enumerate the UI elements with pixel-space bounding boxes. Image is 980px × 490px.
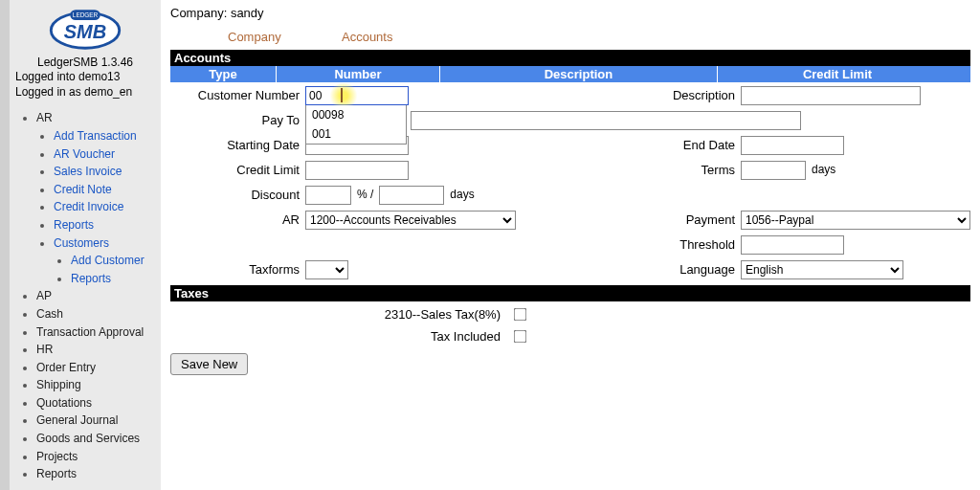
autocomplete-item[interactable]: 00098 [306,105,406,124]
col-description: Description [440,66,718,82]
label-days: days [806,161,835,176]
discount-pct-input[interactable] [305,186,351,205]
sidebar: LEDGER SMB LedgerSMB 1.3.46 Logged into … [0,0,161,490]
nav-projects[interactable]: Projects [36,448,155,466]
label-starting-date: Starting Date [170,136,305,152]
nav-shipping[interactable]: Shipping [36,376,155,394]
autocomplete-item[interactable]: 001 [306,124,406,144]
form: Customer Number 00098 001 Description [170,86,970,279]
label-pay-to: Pay To [170,111,305,127]
credit-limit-input[interactable] [305,161,409,180]
label-end-date: End Date [572,136,741,152]
app-title: LedgerSMB 1.3.46 [15,56,155,69]
label-ar: AR [170,211,305,227]
description-input[interactable] [741,86,921,105]
nav-credit-invoice[interactable]: Credit Invoice [54,198,155,216]
nav-ar-voucher[interactable]: AR Voucher [54,145,155,164]
save-new-button[interactable]: Save New [170,353,248,375]
tax-included-label: Tax Included [170,329,510,344]
company-line: Company: sandy [170,6,970,20]
label-taxforms: Taxforms [170,260,305,277]
col-number: Number [277,66,440,82]
nav-hr[interactable]: HR [36,341,155,359]
nav-goods-services[interactable]: Goods and Services [36,430,155,448]
payment-select[interactable]: 1056--Paypal [741,211,970,230]
taxes: 2310--Sales Tax(8%) Tax Included [170,305,970,345]
login-info: Logged into demo13 Logged in as demo_en [15,69,155,100]
nav-ap[interactable]: AP [36,287,155,305]
login-db: Logged into demo13 [15,69,155,84]
nav-ar[interactable]: AR Add Transaction AR Voucher Sales Invo… [36,109,155,287]
nav-customer-reports[interactable]: Reports [71,270,155,288]
label-days-2: days [444,186,474,201]
tax-sales-checkbox[interactable] [514,308,527,322]
nav-sales-invoice[interactable]: Sales Invoice [54,163,155,181]
customer-number-input[interactable] [305,86,409,105]
company-label: Company: [170,6,227,20]
nav-add-customer[interactable]: Add Customer [71,252,155,270]
company-value: sandy [231,6,264,20]
svg-text:LEDGER: LEDGER [73,11,99,18]
nav-ar-reports[interactable]: Reports [54,216,155,234]
nav-reports[interactable]: Reports [36,465,155,483]
end-date-input[interactable] [741,136,844,155]
label-threshold: Threshold [572,235,741,252]
nav-order-entry[interactable]: Order Entry [36,359,155,377]
tax-included-checkbox[interactable] [514,330,527,344]
section-taxes: Taxes [170,285,970,301]
section-accounts: Accounts [170,50,970,66]
tax-sales-label: 2310--Sales Tax(8%) [170,307,510,322]
nav-add-transaction[interactable]: Add Transaction [54,127,155,145]
accounts-columns: Type Number Description Credit Limit [170,66,970,82]
tab-accounts[interactable]: Accounts [342,30,392,44]
nav-credit-note[interactable]: Credit Note [54,181,155,199]
label-description: Description [572,86,741,102]
terms-input[interactable] [741,161,806,180]
nav-general-journal[interactable]: General Journal [36,412,155,430]
language-select[interactable]: English [741,260,903,279]
login-user: Logged in as demo_en [15,84,155,100]
col-credit-limit: Credit Limit [718,66,957,82]
label-customer-number: Customer Number [170,86,305,102]
svg-text:SMB: SMB [64,21,106,42]
nav: AR Add Transaction AR Voucher Sales Invo… [15,109,155,482]
nav-customers[interactable]: Customers Add Customer Reports [54,234,155,288]
tabs: Company Accounts [228,30,970,44]
taxforms-select[interactable] [305,260,348,279]
nav-transaction-approval[interactable]: Transaction Approval [36,323,155,342]
col-type: Type [170,66,277,82]
label-terms: Terms [572,161,741,177]
label-discount: Discount [170,186,305,202]
label-language: Language [572,260,741,277]
main: Company: sandy Company Accounts Accounts… [161,0,980,490]
label-pct-sep: % / [351,186,379,201]
autocomplete-list: 00098 001 [305,105,407,145]
threshold-input[interactable] [741,235,844,255]
nav-quotations[interactable]: Quotations [36,394,155,412]
tab-company[interactable]: Company [228,30,281,44]
label-credit-limit: Credit Limit [170,161,305,177]
discount-days-input[interactable] [379,186,444,205]
label-payment: Payment [572,211,741,227]
pay-to-input[interactable] [411,111,801,130]
ar-select[interactable]: 1200--Accounts Receivables [305,211,516,230]
logo: LEDGER SMB [15,6,155,54]
nav-cash[interactable]: Cash [36,305,155,323]
